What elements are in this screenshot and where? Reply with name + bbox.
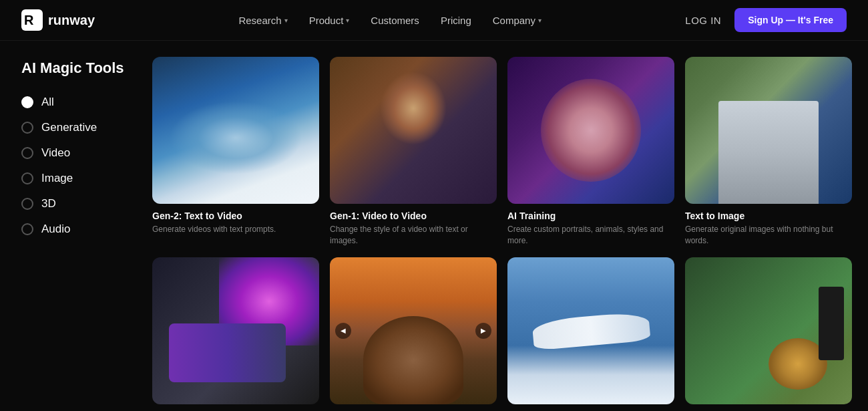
signup-button[interactable]: Sign Up — It's Free <box>734 8 847 32</box>
next-arrow-icon[interactable]: ▶ <box>475 323 491 339</box>
chevron-down-icon: ▾ <box>538 17 541 24</box>
sidebar-title: AI Magic Tools <box>21 59 126 77</box>
logo[interactable]: R runway <box>21 9 95 31</box>
filter-generative[interactable]: Generative <box>21 121 126 134</box>
card-8[interactable] <box>685 257 852 411</box>
card-image-gen2 <box>152 57 319 204</box>
card-desc-ai-training: Create custom portraits, animals, styles… <box>507 224 674 247</box>
radio-image <box>21 172 33 184</box>
nav-pricing[interactable]: Pricing <box>441 15 471 26</box>
card-image-8 <box>685 257 852 404</box>
login-button[interactable]: LOG IN <box>685 15 721 26</box>
card-text-to-image[interactable]: Text to Image Generate original images w… <box>685 57 852 247</box>
filter-all[interactable]: All <box>21 96 126 109</box>
card-6[interactable]: ◀ ▶ <box>330 257 497 411</box>
card-image-6: ◀ ▶ <box>330 257 497 404</box>
card-desc-gen2: Generate videos with text prompts. <box>152 224 319 235</box>
card-image-7 <box>507 257 674 404</box>
nav-actions: LOG IN Sign Up — It's Free <box>685 8 847 32</box>
filter-image[interactable]: Image <box>21 172 126 185</box>
card-desc-gen1: Change the style of a video with text or… <box>330 224 497 247</box>
cards-grid-area: Gen-2: Text to Video Generate videos wit… <box>147 41 868 411</box>
radio-audio <box>21 223 33 235</box>
nav-customers[interactable]: Customers <box>371 15 419 26</box>
radio-video <box>21 147 33 159</box>
chevron-down-icon: ▾ <box>284 17 288 24</box>
card-ai-training[interactable]: AI Training Create custom portraits, ani… <box>507 57 674 247</box>
nav-product[interactable]: Product ▾ <box>309 15 350 26</box>
card-gen2[interactable]: Gen-2: Text to Video Generate videos wit… <box>152 57 319 247</box>
filter-audio[interactable]: Audio <box>21 223 126 236</box>
card-title-ai-training: AI Training <box>507 211 674 221</box>
radio-3d <box>21 198 33 210</box>
main-content: AI Magic Tools All Generative Video Imag… <box>0 41 868 411</box>
card-title-gen2: Gen-2: Text to Video <box>152 211 319 221</box>
filter-video[interactable]: Video <box>21 146 126 160</box>
card-5[interactable] <box>152 257 319 411</box>
navbar: R runway Research ▾ Product ▾ Customers … <box>0 0 868 41</box>
card-title-text-to-image: Text to Image <box>685 211 852 221</box>
logo-text: runway <box>48 13 95 28</box>
svg-text:R: R <box>24 13 34 27</box>
card-desc-text-to-image: Generate original images with nothing bu… <box>685 224 852 247</box>
carousel-arrows: ◀ ▶ <box>330 323 497 339</box>
card-image-ai-training <box>507 57 674 204</box>
nav-links: Research ▾ Product ▾ Customers Pricing C… <box>238 15 541 26</box>
radio-generative <box>21 122 33 134</box>
card-image-gen1 <box>330 57 497 204</box>
filter-3d[interactable]: 3D <box>21 197 126 211</box>
nav-research[interactable]: Research ▾ <box>238 15 287 26</box>
logo-icon: R <box>21 9 43 31</box>
cards-grid: Gen-2: Text to Video Generate videos wit… <box>152 57 852 411</box>
card-image-5 <box>152 257 319 404</box>
chevron-down-icon: ▾ <box>346 17 349 24</box>
card-7[interactable] <box>507 257 674 411</box>
card-image-text-to-image <box>685 57 852 204</box>
prev-arrow-icon[interactable]: ◀ <box>335 323 351 339</box>
nav-company[interactable]: Company ▾ <box>493 15 541 26</box>
card-title-gen1: Gen-1: Video to Video <box>330 211 497 221</box>
radio-all <box>21 96 33 108</box>
card-gen1[interactable]: Gen-1: Video to Video Change the style o… <box>330 57 497 247</box>
sidebar: AI Magic Tools All Generative Video Imag… <box>0 41 147 411</box>
